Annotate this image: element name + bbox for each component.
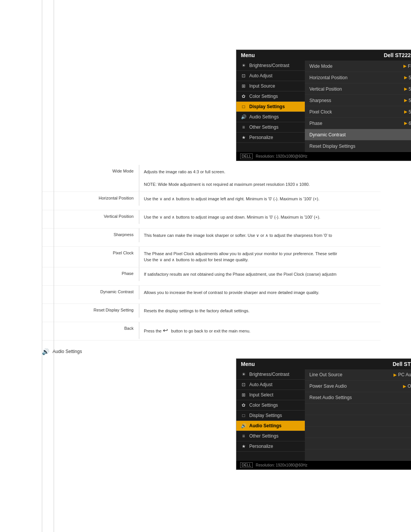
menu-item-color-settings[interactable]: ✿ Color Settings bbox=[236, 91, 305, 102]
audio-menu-personalize[interactable]: ★ Personalize bbox=[236, 441, 305, 452]
osd-left-menu: ☀ Brightness/Contrast ⊡ Auto Adjust ⊞ In… bbox=[236, 61, 305, 152]
audio-menu-color-settings[interactable]: ✿ Color Settings bbox=[236, 400, 305, 411]
audio-label-input-select: Input Select bbox=[249, 392, 273, 398]
osd-header: Menu Dell ST2220 bbox=[236, 50, 411, 61]
right-item-dynamic-contrast[interactable]: Dynamic Contrast bbox=[305, 129, 411, 141]
menu-label-color-settings: Color Settings bbox=[249, 94, 278, 99]
right-value-pixel-clock: ▶ 50 bbox=[404, 109, 411, 115]
desc-content-dynamic-contrast: Allows you to increase the level of cont… bbox=[139, 286, 381, 300]
right-value-sharpness: ▶ 50 bbox=[404, 98, 411, 103]
right-item-wide-mode[interactable]: Wide Mode ▶ Fill bbox=[305, 61, 411, 72]
arrow-phase: ▶ bbox=[404, 121, 407, 126]
menu-label-auto-adjust: Auto Adjust bbox=[249, 73, 272, 78]
audio-menu-input-select[interactable]: ⊞ Input Select bbox=[236, 390, 305, 400]
right-item-horizontal[interactable]: Horizontal Position ▶ 50 bbox=[305, 72, 411, 83]
menu-item-personalize[interactable]: ★ Personalize bbox=[236, 133, 305, 143]
arrow-horizontal: ▶ bbox=[404, 75, 407, 80]
audio-section-row: 🔊 Audio Settings bbox=[0, 348, 411, 355]
audio-menu-brightness[interactable]: ☀ Brightness/Contrast bbox=[236, 369, 305, 380]
audio-brightness-icon: ☀ bbox=[240, 372, 247, 377]
right-item-reset-display[interactable]: Reset Display Settings bbox=[305, 141, 411, 152]
audio-audio-icon: 🔊 bbox=[240, 423, 247, 428]
menu-label-display-settings: Display Settings bbox=[249, 104, 285, 109]
desc-row-pixel-clock: Pixel Clock The Phase and Pixel Clock ad… bbox=[42, 247, 381, 267]
audio-right-empty-2 bbox=[305, 415, 411, 427]
audio-menu-audio-settings[interactable]: 🔊 Audio Settings bbox=[236, 421, 305, 431]
desc-row-reset-display: Reset Display Setting Resets the display… bbox=[42, 304, 381, 322]
menu-label-input-source: Input Source bbox=[249, 83, 275, 89]
right-value-wide-mode: ▶ Fill bbox=[403, 64, 411, 69]
menu-item-auto-adjust[interactable]: ⊡ Auto Adjust bbox=[236, 71, 305, 81]
menu-label-audio-settings: Audio Settings bbox=[249, 114, 279, 120]
menu-item-other-settings[interactable]: ≡ Other Settings bbox=[236, 122, 305, 133]
audio-right-power-save[interactable]: Power Save Audio ▶ On bbox=[305, 381, 411, 392]
menu-item-input-source[interactable]: ⊞ Input Source bbox=[236, 81, 305, 91]
audio-label-personalize: Personalize bbox=[249, 444, 273, 449]
desc-content-vertical: Use the ∨ and ∧ buttons to adjust image … bbox=[139, 210, 381, 224]
right-item-phase[interactable]: Phase ▶ 65 bbox=[305, 118, 411, 129]
desc-row-dynamic-contrast: Dynamic Contrast Allows you to increase … bbox=[42, 286, 381, 304]
menu-label-brightness: Brightness/Contrast bbox=[249, 63, 289, 68]
audio-right-reset[interactable]: Reset Audio Settings bbox=[305, 392, 411, 404]
osd-right-panel: Wide Mode ▶ Fill Horizontal Position ▶ 5… bbox=[305, 61, 411, 152]
audio-display-icon: □ bbox=[240, 413, 247, 418]
menu-item-display-settings[interactable]: □ Display Settings bbox=[236, 102, 305, 112]
audio-label-display-settings: Display Settings bbox=[249, 413, 282, 418]
osd-brand: Dell ST2220 bbox=[384, 52, 411, 58]
auto-adjust-icon: ⊡ bbox=[240, 73, 247, 78]
menu-label-other-settings: Other Settings bbox=[249, 125, 279, 130]
audio-label-text: Audio Settings bbox=[53, 349, 82, 354]
right-label-reset-display: Reset Display Settings bbox=[309, 144, 355, 149]
audio-right-line-out[interactable]: Line Out Source ▶ PC Aud bbox=[305, 369, 411, 381]
audio-settings-osd: Menu Dell ST2 ☀ Brightness/Contrast ⊡ Au… bbox=[236, 358, 411, 470]
right-item-pixel-clock[interactable]: Pixel Clock ▶ 50 bbox=[305, 106, 411, 118]
audio-label-color-settings: Color Settings bbox=[249, 403, 278, 408]
audio-label-power-save: Power Save Audio bbox=[309, 383, 347, 389]
osd-body: ☀ Brightness/Contrast ⊡ Auto Adjust ⊞ In… bbox=[236, 61, 411, 152]
display-settings-osd: Menu Dell ST2220 ☀ Brightness/Contrast ⊡… bbox=[236, 50, 411, 161]
audio-right-empty-3 bbox=[305, 427, 411, 438]
right-label-phase: Phase bbox=[309, 121, 322, 126]
desc-label-wide-mode: Wide Mode bbox=[42, 165, 139, 177]
desc-label-vertical: Vertical Position bbox=[42, 210, 139, 222]
desc-row-horizontal: Horizontal Position Use the ∨ and ∧ butt… bbox=[42, 192, 381, 210]
desc-content-pixel-clock: The Phase and Pixel Clock adjustments al… bbox=[139, 247, 381, 267]
audio-osd-brand: Dell ST2 bbox=[393, 361, 411, 367]
audio-menu-other-settings[interactable]: ≡ Other Settings bbox=[236, 431, 305, 441]
desc-content-back: Press the ↩ button to go back to or exit… bbox=[139, 322, 381, 339]
audio-menu-display-settings[interactable]: □ Display Settings bbox=[236, 411, 305, 421]
audio-osd-title: Menu bbox=[241, 361, 255, 367]
menu-item-brightness[interactable]: ☀ Brightness/Contrast bbox=[236, 61, 305, 71]
desc-label-back: Back bbox=[42, 322, 139, 334]
personalize-icon: ★ bbox=[240, 135, 247, 140]
audio-label-brightness: Brightness/Contrast bbox=[249, 372, 289, 377]
audio-label-audio-settings: Audio Settings bbox=[249, 423, 282, 428]
audio-label-auto-adjust: Auto Adjust bbox=[249, 382, 272, 387]
audio-right-empty-1 bbox=[305, 404, 411, 415]
audio-dell-logo: DELL bbox=[240, 462, 253, 468]
right-label-wide-mode: Wide Mode bbox=[309, 64, 333, 69]
right-value-phase: ▶ 65 bbox=[404, 121, 411, 126]
right-item-sharpness[interactable]: Sharpness ▶ 50 bbox=[305, 95, 411, 106]
audio-auto-adjust-icon: ⊡ bbox=[240, 382, 247, 387]
arrow-wide-mode: ▶ bbox=[403, 64, 406, 69]
audio-right-empty-4 bbox=[305, 438, 411, 449]
audio-osd-header: Menu Dell ST2 bbox=[236, 359, 411, 369]
desc-label-dynamic-contrast: Dynamic Contrast bbox=[42, 286, 139, 298]
audio-menu-auto-adjust[interactable]: ⊡ Auto Adjust bbox=[236, 380, 305, 390]
desc-row-back: Back Press the ↩ button to go back to or… bbox=[42, 322, 381, 340]
audio-osd-footer: DELL Resolution: 1920x1080@60Hz bbox=[236, 461, 411, 470]
right-label-dynamic-contrast: Dynamic Contrast bbox=[309, 132, 346, 137]
desc-row-sharpness: Sharpness This feature can make the imag… bbox=[42, 228, 381, 247]
desc-row-vertical: Vertical Position Use the ∨ and ∧ button… bbox=[42, 210, 381, 228]
resolution-text: Resolution: 1920x1080@60Hz bbox=[256, 154, 307, 158]
audio-osd-left-menu: ☀ Brightness/Contrast ⊡ Auto Adjust ⊞ In… bbox=[236, 369, 305, 461]
right-item-vertical[interactable]: Vertical Position ▶ 50 bbox=[305, 83, 411, 95]
audio-label-other-settings: Other Settings bbox=[249, 433, 279, 439]
menu-item-audio-settings[interactable]: 🔊 Audio Settings bbox=[236, 112, 305, 122]
audio-color-icon: ✿ bbox=[240, 403, 247, 408]
desc-content-phase: If satisfactory results are not obtained… bbox=[139, 267, 381, 281]
dell-logo: DELL bbox=[240, 153, 253, 159]
brightness-icon: ☀ bbox=[240, 63, 247, 68]
audio-input-select-icon: ⊞ bbox=[240, 392, 247, 398]
